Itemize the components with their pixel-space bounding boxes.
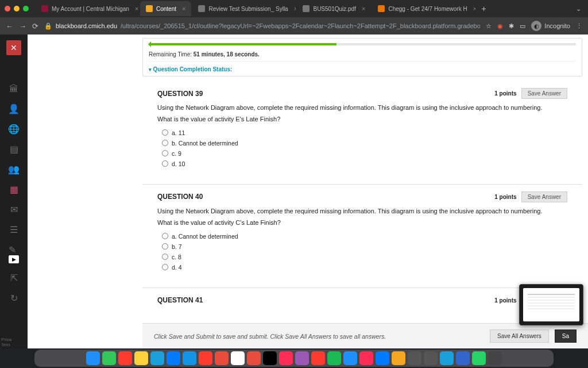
forward-icon[interactable]: → — [19, 22, 26, 30]
signout-icon[interactable]: ↻ — [10, 293, 18, 304]
extension-icon[interactable]: ◉ — [497, 22, 503, 30]
profile-icon[interactable]: 👤 — [8, 103, 20, 114]
dock-app-icon[interactable] — [376, 351, 389, 365]
extensions-icon[interactable]: ✱ — [509, 22, 514, 30]
close-icon[interactable]: × — [473, 5, 476, 12]
save-and-submit-button[interactable]: Sa — [555, 329, 577, 343]
dock-app-icon[interactable] — [167, 351, 180, 365]
option-label: a. Cannot be determined — [172, 233, 238, 240]
tab-label: Chegg - Get 24/7 Homework H — [388, 6, 467, 12]
browser-tab[interactable]: Review Test Submission_ Sylla× — [192, 1, 296, 16]
option-label: c. 9 — [172, 150, 181, 157]
favicon — [378, 5, 385, 12]
answer-option[interactable]: c. 9 — [157, 148, 567, 159]
dock-app-icon[interactable] — [343, 351, 357, 365]
answer-option[interactable]: b. 7 — [157, 241, 567, 252]
save-answer-button[interactable]: Save Answer — [521, 88, 567, 99]
answer-option[interactable]: d. 4 — [157, 262, 567, 273]
completion-status-toggle[interactable]: Question Completion Status: — [149, 63, 576, 74]
tools-icon[interactable]: ✎▶ — [9, 244, 19, 263]
quiz-status-box: Remaining Time: 51 minutes, 18 seconds. … — [142, 38, 582, 76]
star-icon[interactable]: ☆ — [486, 22, 492, 30]
footer-links: PrivaTern — [1, 337, 11, 347]
dock-app-icon[interactable] — [279, 351, 293, 365]
assist-icon[interactable]: ⇱ — [10, 273, 18, 283]
institution-icon[interactable]: 🏛 — [9, 84, 18, 94]
answer-option[interactable]: a. Cannot be determined — [157, 231, 567, 241]
dock-app-icon[interactable] — [134, 351, 148, 365]
dock-app-icon[interactable] — [86, 351, 100, 365]
dock-app-icon[interactable] — [263, 351, 277, 365]
answer-option[interactable]: a. 11 — [157, 128, 567, 138]
messages-icon[interactable]: ✉ — [10, 204, 18, 215]
dock-app-icon[interactable] — [215, 351, 229, 365]
dock-app-icon[interactable] — [456, 351, 470, 365]
option-label: b. Cannot be determined — [172, 140, 238, 147]
radio-input[interactable] — [162, 150, 168, 156]
dock-app-icon[interactable] — [231, 351, 245, 365]
footer-hint: Click Save and Submit to save and submit… — [154, 333, 484, 340]
new-tab-button[interactable]: + — [477, 4, 490, 13]
url-field[interactable]: 🔒 blackboard.cmich.edu/ultra/courses/_20… — [44, 22, 480, 30]
incognito-label: Incognito — [544, 22, 570, 29]
answer-option[interactable]: c. 8 — [157, 252, 567, 262]
macos-dock — [0, 348, 588, 368]
browser-tab[interactable]: Chegg - Get 24/7 Homework H× — [372, 1, 475, 16]
dock-app-icon[interactable] — [472, 351, 486, 365]
radio-input[interactable] — [162, 129, 168, 136]
picture-in-picture-window[interactable] — [519, 284, 583, 325]
dock-app-icon[interactable] — [150, 351, 164, 365]
tab-overflow-icon[interactable]: ⌄ — [574, 5, 583, 13]
grades-icon[interactable]: ☰ — [10, 224, 18, 235]
browser-tab[interactable]: BUS501Quiz.pdf× — [297, 1, 371, 16]
courses-icon[interactable]: ▤ — [10, 144, 18, 155]
dock-app-icon[interactable] — [311, 351, 325, 365]
option-label: b. 7 — [172, 243, 182, 250]
minimize-window-dot[interactable] — [14, 6, 20, 12]
maximize-window-dot[interactable] — [23, 6, 29, 12]
dock-app-icon[interactable] — [488, 351, 502, 365]
back-icon[interactable]: ← — [6, 22, 13, 30]
browser-tab[interactable]: Content× — [140, 1, 191, 16]
option-label: c. 8 — [172, 254, 181, 260]
radio-input[interactable] — [162, 254, 168, 260]
save-answer-button[interactable]: Save Answer — [521, 191, 567, 202]
play-icon: ▶ — [9, 255, 19, 263]
dock-app-icon[interactable] — [327, 351, 341, 365]
close-icon[interactable]: × — [135, 5, 138, 12]
close-icon[interactable]: × — [294, 5, 296, 12]
radio-input[interactable] — [162, 264, 168, 270]
dock-app-icon[interactable] — [392, 351, 405, 365]
dock-app-icon[interactable] — [440, 351, 454, 365]
radio-input[interactable] — [162, 140, 168, 146]
organizations-icon[interactable]: 👥 — [8, 164, 20, 175]
radio-input[interactable] — [162, 160, 168, 167]
dock-app-icon[interactable] — [424, 351, 438, 365]
reload-icon[interactable]: ⟳ — [32, 22, 38, 30]
question-number: QUESTION 40 — [157, 193, 203, 201]
dock-app-icon[interactable] — [359, 351, 373, 365]
dock-app-icon[interactable] — [118, 351, 132, 365]
menu-icon[interactable]: ⋮ — [576, 22, 582, 30]
radio-input[interactable] — [162, 233, 168, 239]
calendar-icon[interactable]: ▦ — [10, 184, 18, 195]
dock-app-icon[interactable] — [183, 351, 196, 365]
devices-icon[interactable]: ▭ — [520, 22, 525, 30]
favicon — [41, 5, 48, 12]
save-all-answers-button[interactable]: Save All Answers — [490, 329, 549, 343]
answer-option[interactable]: d. 10 — [157, 159, 567, 169]
browser-tab[interactable]: My Account | Central Michigan× — [36, 1, 139, 16]
close-icon[interactable]: × — [362, 5, 365, 12]
dock-app-icon[interactable] — [408, 351, 421, 365]
radio-input[interactable] — [162, 243, 168, 250]
dock-app-icon[interactable] — [295, 351, 309, 365]
answer-option[interactable]: b. Cannot be determined — [157, 138, 567, 148]
activity-icon[interactable]: 🌐 — [8, 124, 20, 135]
dock-app-icon[interactable] — [247, 351, 261, 365]
dock-app-icon[interactable] — [199, 351, 212, 365]
close-icon[interactable]: × — [182, 5, 185, 12]
dock-app-icon[interactable] — [102, 351, 116, 365]
question-prompt: What is the value of activity E's Late F… — [157, 115, 567, 124]
close-panel-button[interactable]: ✕ — [6, 40, 21, 55]
close-window-dot[interactable] — [5, 6, 10, 12]
